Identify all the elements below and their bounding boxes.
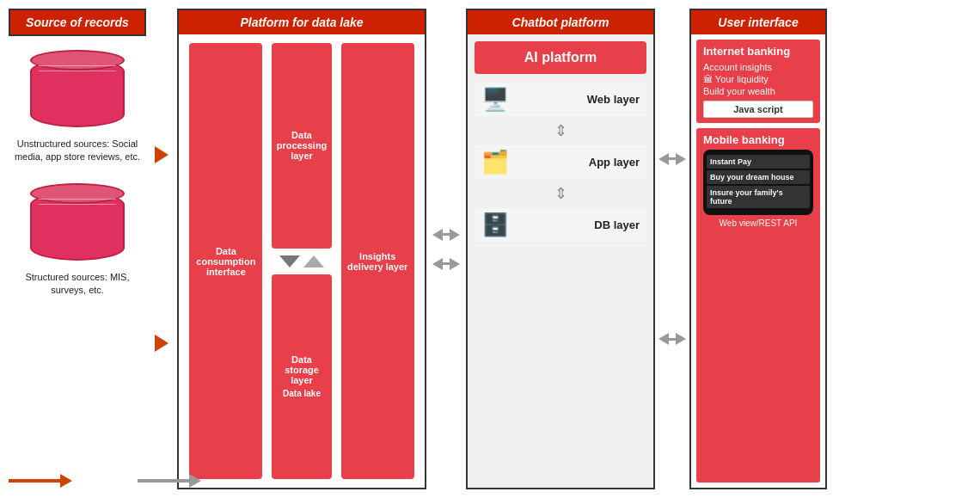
arrow-right-icon-2 (155, 335, 168, 352)
col-ui: User interface Internet banking Account … (689, 9, 827, 489)
arrow-line-2 (443, 262, 450, 265)
double-arrow-icon-1 (432, 229, 460, 241)
ui-inner: Internet banking Account insights 🏛 Your… (691, 34, 825, 488)
chatbot-ui-arrow-1 (658, 153, 686, 165)
col-platform: Platform for data lake Data consumption … (177, 9, 426, 489)
bottom-arrow-gray (138, 474, 201, 488)
orange-arrowhead (60, 474, 72, 488)
arrow-right-icon-3 (450, 258, 460, 270)
db-layer-row: 🗄️ DB layer (475, 208, 646, 242)
arrow-up-icon (303, 255, 324, 267)
your-liquidity-item: 🏛 Your liquidity (703, 73, 813, 85)
web-rest-label: Web view/REST API (703, 218, 813, 228)
bottom-arrow-orange (9, 474, 72, 488)
platform-right: Insights delivery layer (339, 43, 416, 479)
db-server-icon: 🗄️ (481, 212, 509, 238)
internet-banking-title: Internet banking (703, 45, 813, 58)
app-layer-label: App layer (589, 156, 640, 169)
chatbot-to-ui-arrows (662, 9, 683, 489)
platform-to-chatbot-arrows (433, 9, 459, 489)
data-consumption-box: Data consumption interface (189, 43, 262, 479)
col-source: Source of records Unstructured sources: … (9, 9, 146, 489)
arrow-line (443, 233, 450, 236)
middle-arrows (272, 254, 333, 269)
javascript-button[interactable]: Java script (703, 101, 813, 118)
ai-platform-box: AI platform (475, 41, 646, 74)
arrow-right-icon-4 (676, 153, 686, 165)
data-storage-label: Data storage layer (277, 354, 328, 385)
web-layer-label: Web layer (587, 93, 640, 106)
mobile-banking-title: Mobile banking (703, 133, 813, 146)
platform-inner: Data consumption interface Data processi… (179, 34, 425, 488)
arrow-left-icon-4 (658, 333, 669, 345)
structured-label: Structured sources: MIS, surveys, etc. (9, 271, 146, 298)
insights-delivery-box: Insights delivery layer (341, 43, 414, 479)
double-arrow-icon-2 (432, 258, 460, 270)
mobile-banking-box: Mobile banking Instant Pay Buy your drea… (696, 128, 820, 483)
chatbot-header: Chatbot platform (468, 10, 653, 34)
phone-mockup: Instant Pay Buy your dream house Insure … (703, 150, 813, 215)
data-processing-box: Data processing layer (272, 43, 333, 249)
source-to-platform-arrows (153, 9, 170, 489)
arrow-right-icon-5 (676, 333, 686, 345)
chatbot-inner: AI platform 🖥️ Web layer ⇕ 🗂️ App layer … (468, 34, 653, 488)
chatbot-ui-arrow-2 (658, 333, 686, 345)
arrow-right-icon-1 (155, 146, 168, 163)
account-insights-item: Account insights (703, 61, 813, 73)
dream-house-item: Buy your dream house (707, 170, 810, 184)
data-storage-box: Data storage layer Data lake (272, 274, 333, 480)
arrow-v-1: ⇕ (475, 121, 646, 140)
source-header: Source of records (9, 9, 146, 36)
architecture-diagram: Source of records Unstructured sources: … (0, 0, 980, 498)
web-server-icon: 🖥️ (481, 86, 509, 113)
platform-middle: Data processing layer Data storage layer… (272, 43, 333, 479)
platform-header: Platform for data lake (179, 10, 425, 34)
col-chatbot: Chatbot platform AI platform 🖥️ Web laye… (466, 9, 655, 489)
app-layer-row: 🗂️ App layer (475, 145, 646, 179)
instant-pay-item: Instant Pay (707, 155, 810, 169)
structured-db-icon (30, 183, 125, 261)
insure-item: Insure your family's future (707, 186, 810, 208)
arrow-line-4 (669, 338, 676, 341)
unstructured-label: Unstructured sources: Social media, app … (9, 138, 146, 164)
arrow-left-icon-3 (658, 153, 669, 165)
unstructured-db-icon (30, 50, 125, 127)
internet-banking-box: Internet banking Account insights 🏛 Your… (696, 40, 820, 123)
gray-arrowhead (189, 474, 201, 488)
web-layer-row: 🖥️ Web layer (475, 83, 646, 116)
bottom-arrows (9, 474, 201, 488)
orange-line (9, 479, 60, 483)
gray-line (138, 479, 189, 483)
app-server-icon: 🗂️ (481, 149, 509, 175)
build-wealth-item: Build your wealth (703, 85, 813, 97)
ui-header: User interface (691, 10, 825, 34)
arrow-left-icon (432, 229, 443, 241)
arrow-line-3 (669, 157, 676, 160)
data-lake-label: Data lake (277, 389, 328, 398)
platform-left: Data consumption interface (187, 43, 265, 479)
db-layer-label: DB layer (594, 218, 640, 231)
arrow-right-icon (450, 229, 460, 241)
arrow-down-icon (279, 255, 300, 267)
arrow-left-icon-2 (432, 258, 443, 270)
arrow-v-2: ⇕ (475, 184, 646, 203)
